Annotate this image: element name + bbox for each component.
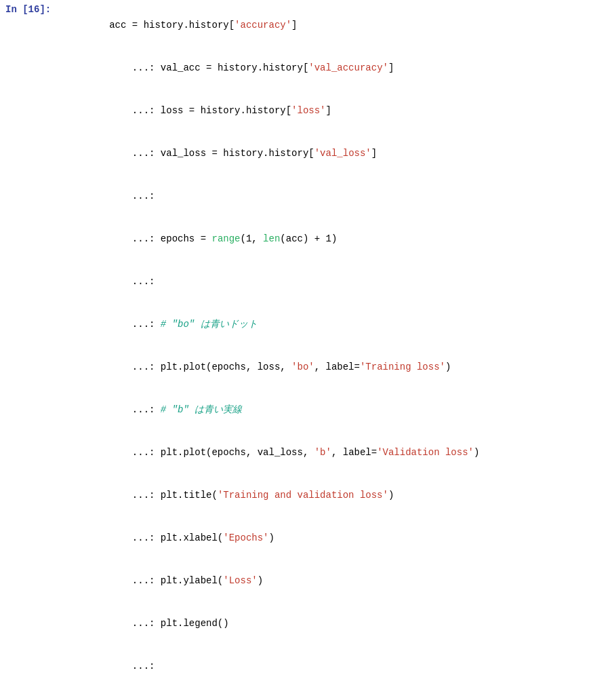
code-line-17: ...: plt.show() [64, 688, 588, 700]
code-line-4: ...: val_loss = history.history['val_los… [64, 132, 588, 175]
code-line-1: acc = history.history['accuracy'] [64, 4, 588, 47]
code-line-3: ...: loss = history.history['loss'] [64, 90, 588, 132]
code-line-9: ...: plt.plot(epochs, loss, 'bo', label=… [64, 346, 588, 389]
code-line-10: ...: # "b" は青い実線 [64, 389, 588, 431]
code-line-7: ...: [64, 260, 588, 303]
cell-16-content: acc = history.history['accuracy'] ...: v… [61, 3, 591, 700]
cell-16: In [16]: acc = history.history['accuracy… [0, 0, 591, 700]
code-line-6: ...: epochs = range(1, len(acc) + 1) [64, 218, 588, 260]
code-line-16: ...: [64, 645, 588, 688]
code-line-8: ...: # "bo" は青いドット [64, 303, 588, 346]
code-line-14: ...: plt.ylabel('Loss') [64, 560, 588, 602]
cell-16-label: In [16]: [0, 3, 61, 700]
code-line-11: ...: plt.plot(epochs, val_loss, 'b', lab… [64, 431, 588, 474]
code-line-5: ...: [64, 175, 588, 218]
code-line-15: ...: plt.legend() [64, 602, 588, 645]
code-line-13: ...: plt.xlabel('Epochs') [64, 517, 588, 560]
code-line-12: ...: plt.title('Training and validation … [64, 474, 588, 517]
code-line-2: ...: val_acc = history.history['val_accu… [64, 47, 588, 90]
notebook: In [16]: acc = history.history['accuracy… [0, 0, 591, 700]
